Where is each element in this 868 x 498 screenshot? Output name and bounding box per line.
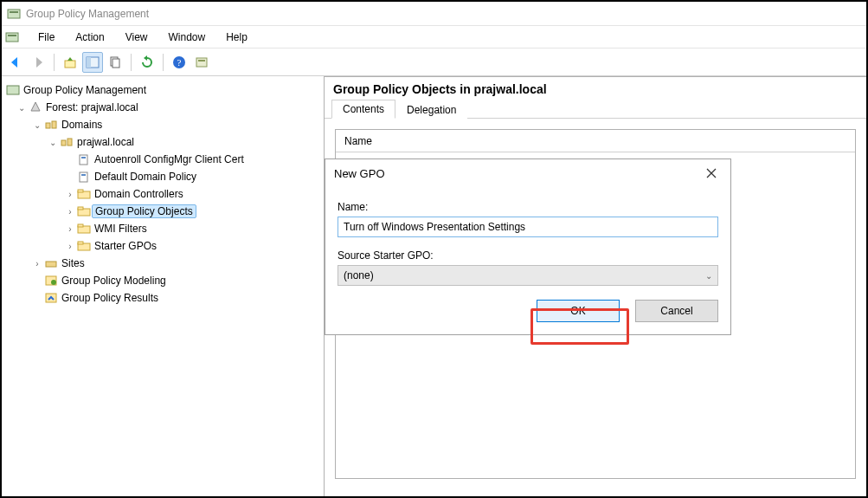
close-icon[interactable] — [701, 163, 722, 184]
svg-rect-14 — [46, 123, 50, 128]
menu-bar: File Action View Window Help — [2, 26, 866, 49]
refresh-button[interactable] — [137, 52, 158, 73]
details-pane: Group Policy Objects in prajwal.local Co… — [325, 76, 866, 496]
title-bar: Group Policy Management — [2, 2, 866, 26]
sites-icon — [43, 256, 59, 270]
svg-rect-17 — [68, 139, 72, 146]
svg-rect-21 — [81, 174, 86, 176]
tree-forest[interactable]: ⌄ Forest: prajwal.local — [5, 99, 320, 116]
tab-contents[interactable]: Contents — [331, 100, 395, 119]
svg-rect-2 — [6, 33, 18, 42]
svg-rect-11 — [196, 58, 207, 67]
tree-item-domain-controllers[interactable]: › Domain Controllers — [5, 185, 320, 203]
svg-rect-6 — [87, 57, 91, 68]
dialog-title-bar: New GPO — [325, 159, 730, 187]
svg-rect-1 — [10, 11, 18, 13]
tree-label: WMI Filters — [92, 223, 150, 235]
expander-icon[interactable]: › — [64, 190, 76, 199]
expander-icon[interactable]: › — [64, 224, 76, 234]
tree-label: prajwal.local — [74, 136, 137, 148]
tree-item-wmi[interactable]: › WMI Filters — [5, 220, 320, 237]
tree-label: Forest: prajwal.local — [43, 101, 141, 113]
folder-icon — [76, 222, 92, 236]
expander-icon[interactable]: › — [64, 242, 76, 251]
options-button[interactable] — [191, 52, 212, 73]
modeling-icon — [43, 274, 59, 288]
tree-item-autoenroll[interactable]: Autoenroll ConfigMgr Client Cert — [5, 151, 320, 168]
tree-label: Group Policy Management — [21, 84, 149, 96]
tree-label: Group Policy Results — [59, 292, 161, 304]
svg-rect-23 — [78, 190, 83, 192]
tree-root[interactable]: Group Policy Management — [5, 81, 320, 99]
dialog-body: Name: Source Starter GPO: (none) ⌄ — [325, 187, 730, 291]
starter-gpo-select[interactable]: (none) ⌄ — [338, 265, 718, 286]
tree-modeling[interactable]: Group Policy Modeling — [5, 272, 320, 289]
cancel-button[interactable]: Cancel — [635, 300, 718, 322]
tree-item-gpo[interactable]: › Group Policy Objects — [5, 203, 320, 220]
expander-icon[interactable]: ⌄ — [31, 120, 43, 130]
svg-rect-18 — [80, 155, 87, 165]
svg-rect-4 — [65, 61, 75, 68]
chevron-down-icon: ⌄ — [705, 271, 712, 281]
starter-gpo-value: (none) — [344, 269, 374, 281]
menu-window[interactable]: Window — [158, 29, 216, 46]
tree-sites[interactable]: › Sites — [5, 255, 320, 272]
help-button[interactable]: ? — [169, 52, 190, 73]
folder-icon — [76, 187, 92, 201]
gpm-icon — [5, 83, 21, 97]
gpo-link-icon — [76, 152, 92, 166]
svg-point-32 — [51, 280, 56, 285]
starter-label: Source Starter GPO: — [338, 249, 718, 262]
expander-icon[interactable]: › — [64, 207, 76, 217]
domains-icon — [43, 118, 59, 132]
toolbar-separator — [163, 54, 164, 71]
svg-rect-13 — [7, 86, 19, 94]
ok-button[interactable]: OK — [537, 300, 620, 322]
back-button[interactable] — [5, 52, 26, 73]
name-input[interactable] — [338, 217, 718, 237]
menu-view[interactable]: View — [115, 29, 158, 46]
expander-icon[interactable]: ⌄ — [47, 138, 59, 147]
folder-icon — [76, 204, 92, 218]
tab-delegation[interactable]: Delegation — [395, 100, 467, 119]
forward-button[interactable] — [28, 52, 48, 73]
svg-rect-16 — [61, 140, 66, 146]
show-hide-tree-button[interactable] — [82, 52, 103, 73]
menu-help[interactable]: Help — [215, 29, 258, 46]
svg-rect-29 — [78, 242, 83, 244]
svg-rect-25 — [78, 207, 83, 210]
svg-rect-27 — [78, 224, 83, 227]
tree-item-starter[interactable]: › Starter GPOs — [5, 237, 320, 255]
svg-rect-8 — [113, 59, 119, 68]
expander-icon[interactable]: › — [31, 259, 43, 268]
tree-pane[interactable]: Group Policy Management ⌄ Forest: prajwa… — [2, 76, 325, 496]
expander-icon[interactable]: ⌄ — [16, 103, 28, 113]
toolbar-separator — [131, 54, 132, 71]
folder-icon — [76, 239, 92, 253]
tree-domains[interactable]: ⌄ Domains — [5, 116, 320, 133]
svg-rect-19 — [81, 157, 86, 158]
svg-text:?: ? — [177, 57, 182, 68]
up-button[interactable] — [60, 52, 80, 73]
menu-file[interactable]: File — [28, 29, 65, 46]
dialog-buttons: OK Cancel — [325, 291, 730, 334]
menu-action[interactable]: Action — [65, 29, 114, 46]
details-title: Group Policy Objects in prajwal.local — [325, 77, 866, 98]
list-header-name[interactable]: Name — [336, 130, 855, 152]
svg-rect-12 — [198, 60, 205, 61]
copy-button[interactable] — [105, 52, 125, 73]
svg-rect-20 — [80, 172, 87, 182]
tree-label: Default Domain Policy — [92, 171, 199, 183]
tree-domain[interactable]: ⌄ prajwal.local — [5, 133, 320, 151]
tree-item-default-policy[interactable]: Default Domain Policy — [5, 168, 320, 185]
app-icon — [7, 7, 21, 21]
tree-results[interactable]: Group Policy Results — [5, 289, 320, 307]
gpo-link-icon — [76, 170, 92, 184]
console-tree[interactable]: Group Policy Management ⌄ Forest: prajwa… — [5, 81, 320, 307]
svg-rect-3 — [8, 35, 16, 36]
domain-icon — [59, 135, 74, 149]
dialog-title: New GPO — [334, 167, 385, 180]
main-area: Group Policy Management ⌄ Forest: prajwa… — [2, 76, 866, 496]
new-gpo-dialog: New GPO Name: Source Starter GPO: (none)… — [325, 158, 731, 335]
tree-label: Autoenroll ConfigMgr Client Cert — [92, 153, 247, 165]
